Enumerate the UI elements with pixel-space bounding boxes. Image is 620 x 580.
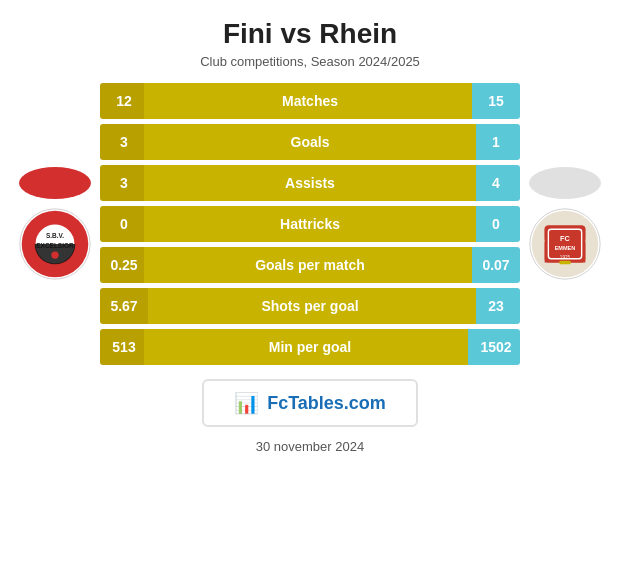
fctables-icon: 📊 <box>234 391 259 415</box>
stat-right-value: 23 <box>472 298 520 314</box>
stat-row-shots-per-goal: 5.67Shots per goal23 <box>100 288 520 324</box>
stat-right-value: 0 <box>472 216 520 232</box>
stat-row-min-per-goal: 513Min per goal1502 <box>100 329 520 365</box>
svg-point-6 <box>51 251 58 258</box>
right-logo: FC EMMEN 1925 <box>520 167 610 281</box>
left-oval <box>19 167 91 199</box>
stat-row-hattricks: 0Hattricks0 <box>100 206 520 242</box>
svg-text:S.B.V.: S.B.V. <box>46 232 64 239</box>
stats-table: 12Matches153Goals13Assists40Hattricks00.… <box>100 83 520 365</box>
svg-text:FC: FC <box>560 234 571 243</box>
excelsior-logo-icon: S.B.V. EXCELSIOR <box>18 207 92 281</box>
stat-right-value: 0.07 <box>472 257 520 273</box>
stat-right-value: 4 <box>472 175 520 191</box>
stat-label: Shots per goal <box>148 298 472 314</box>
date-label: 30 november 2024 <box>256 439 364 454</box>
page-title: Fini vs Rhein <box>223 18 397 50</box>
stat-left-value: 12 <box>100 93 148 109</box>
stat-left-value: 3 <box>100 134 148 150</box>
stat-label: Matches <box>148 93 472 109</box>
stat-label: Hattricks <box>148 216 472 232</box>
stat-label: Goals <box>148 134 472 150</box>
stat-left-value: 5.67 <box>100 298 148 314</box>
fc-emmen-logo-icon: FC EMMEN 1925 <box>528 207 602 281</box>
fctables-text: FcTables.com <box>267 393 386 414</box>
stat-row-matches: 12Matches15 <box>100 83 520 119</box>
stat-right-value: 1 <box>472 134 520 150</box>
page-subtitle: Club competitions, Season 2024/2025 <box>200 54 420 69</box>
stat-label: Goals per match <box>148 257 472 273</box>
svg-text:1925: 1925 <box>560 255 571 260</box>
stat-left-value: 0.25 <box>100 257 148 273</box>
stat-right-value: 1502 <box>472 339 520 355</box>
right-oval <box>529 167 601 199</box>
stat-row-goals-per-match: 0.25Goals per match0.07 <box>100 247 520 283</box>
page: Fini vs Rhein Club competitions, Season … <box>0 0 620 580</box>
stat-row-goals: 3Goals1 <box>100 124 520 160</box>
svg-text:EMMEN: EMMEN <box>555 245 576 251</box>
left-logo: S.B.V. EXCELSIOR <box>10 167 100 281</box>
fctables-banner: 📊 FcTables.com <box>202 379 418 427</box>
stat-left-value: 513 <box>100 339 148 355</box>
stat-left-value: 3 <box>100 175 148 191</box>
stat-label: Assists <box>148 175 472 191</box>
stat-label: Min per goal <box>148 339 472 355</box>
svg-rect-16 <box>559 261 570 265</box>
stat-left-value: 0 <box>100 216 148 232</box>
main-section: S.B.V. EXCELSIOR 12Matches153Goals13Assi… <box>0 83 620 365</box>
stat-right-value: 15 <box>472 93 520 109</box>
stat-row-assists: 3Assists4 <box>100 165 520 201</box>
